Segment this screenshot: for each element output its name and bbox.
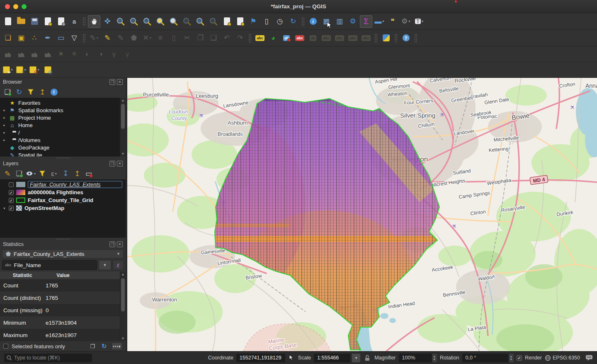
statistics-row[interactable]: Minimume1573n1904 <box>0 316 126 329</box>
open-data-source-manager-button[interactable]: ❏ <box>2 32 14 44</box>
layers-float-button[interactable]: ❐ <box>109 161 115 166</box>
filter-legend-button[interactable] <box>37 169 47 178</box>
toolbar-drag-handle[interactable] <box>83 34 86 43</box>
pan-map-button[interactable] <box>88 15 100 28</box>
decrease-contrast-button[interactable]: ◑ <box>95 48 107 60</box>
bookmark-manager-button[interactable]: ▯ <box>260 15 273 28</box>
statistics-row[interactable]: Maximume1623n1907 <box>0 329 126 341</box>
layers-close-button[interactable]: ✕ <box>117 161 123 166</box>
messages-button[interactable] <box>585 354 593 361</box>
processing-toolbox-button[interactable]: ⚙ <box>347 15 359 28</box>
coordinate-input[interactable]: 1552741,1918129 <box>236 354 285 362</box>
zoom-in-button[interactable]: + <box>114 15 127 28</box>
new-geopackage-layer-button[interactable]: ▣ <box>15 32 27 44</box>
magnifier-spinbox[interactable]: 100% ▲▼ <box>399 354 437 362</box>
open-layer-styling-button[interactable]: ✎ <box>2 169 12 178</box>
browser-collapse-all-button[interactable]: ↥ <box>37 87 47 97</box>
temporal-controller-button[interactable]: ◷ <box>274 15 286 28</box>
browser-float-button[interactable]: ❐ <box>109 79 115 85</box>
redo-button[interactable]: ↷ <box>234 32 246 44</box>
browser-scrollbar[interactable]: ▲▼ <box>120 98 126 157</box>
zoom-last-button[interactable]: ◂ <box>194 15 206 28</box>
expand-arrow-icon[interactable]: ▸ <box>2 130 6 135</box>
panel-resize-handle[interactable] <box>0 238 126 241</box>
statistics-options-button[interactable]: •••▾ <box>112 342 122 350</box>
expand-arrow-icon[interactable]: ▸ <box>2 108 6 112</box>
rotation-spinbox[interactable]: 0,0 ° ▲▼ <box>462 354 514 362</box>
zoom-to-selection-button[interactable] <box>154 15 167 28</box>
statistics-field-dropdown-button[interactable]: ▼ <box>99 260 111 270</box>
browser-item--[interactable]: ▸/ <box>0 129 126 136</box>
decrease-gamma-button[interactable]: γ <box>121 48 133 60</box>
browser-item-project-home[interactable]: ▸▩Project Home <box>0 114 126 121</box>
browser-item-spatial-bookmarks[interactable]: ▸⚑Spatial Bookmarks <box>0 106 126 114</box>
zoom-to-layer-button[interactable] <box>167 15 180 28</box>
decrease-brightness-button[interactable]: ☀ <box>68 48 80 60</box>
layer-expand-arrow-icon[interactable]: ▾ <box>2 206 6 210</box>
layer-visibility-checkbox[interactable]: ✓ <box>9 198 14 203</box>
statistics-layer-selector[interactable]: Fairfax_County_LAS_Extents ▼ <box>2 249 124 258</box>
lock-scale-icon[interactable] <box>364 355 370 361</box>
new-map-view-button[interactable] <box>221 15 233 28</box>
browser-item--volumes[interactable]: ▸/Volumes <box>0 136 126 144</box>
save-project-button[interactable] <box>28 15 41 28</box>
modify-attributes-button[interactable]: ≡ <box>154 32 167 44</box>
toolbar-drag-handle[interactable] <box>301 17 305 26</box>
close-window-button[interactable] <box>5 4 10 9</box>
new-project-button[interactable] <box>2 15 14 28</box>
text-annotation-button[interactable]: T▾ <box>413 15 425 28</box>
scale-dropdown-button[interactable]: ▼ <box>352 354 360 362</box>
statistics-scrollbar[interactable]: ▲▼ <box>120 272 126 341</box>
full-cumulative-cut-button[interactable]: → <box>41 48 54 60</box>
full-histogram-stretch-button[interactable]: → <box>15 48 27 60</box>
layer-name-edit-input[interactable]: Fairfax_County_LAS_Extents <box>28 181 122 188</box>
toolbar-drag-handle[interactable] <box>83 17 86 26</box>
locator-search-input[interactable] <box>4 354 92 362</box>
identify-features-button[interactable]: i <box>307 15 319 28</box>
filter-by-expression-button[interactable]: ε▾ <box>49 169 59 178</box>
magnifier-spin-buttons[interactable]: ▲▼ <box>432 354 437 362</box>
recalculate-statistics-button[interactable]: ↻ <box>100 342 108 350</box>
statistics-row[interactable]: Count1765 <box>0 279 126 292</box>
show-bookmarks-button[interactable]: ⚑ <box>247 15 260 28</box>
statistics-expression-button[interactable]: ε <box>113 260 124 270</box>
statistics-row[interactable]: Count (missing)0 <box>0 304 126 316</box>
layer-diagram-options-button[interactable]: ◕ <box>267 32 279 44</box>
extents-cursor-icon[interactable] <box>289 354 294 361</box>
zoom-next-button[interactable]: ▸ <box>207 15 220 28</box>
layer-row-openstreetmap[interactable]: ▾✓OpenStreetMap <box>0 204 126 212</box>
layer-labeling-options-button[interactable]: abc <box>254 32 266 44</box>
help-contents-button[interactable]: ? <box>400 32 412 44</box>
zoom-full-button[interactable]: ⤢ <box>141 15 153 28</box>
expand-arrow-icon[interactable]: ▸ <box>2 116 6 120</box>
style-manager-button[interactable]: a <box>68 15 80 28</box>
browser-item-geopackage[interactable]: ◆GeoPackage <box>0 144 126 151</box>
toggle-editing-button[interactable]: ✎ <box>101 32 114 44</box>
python-console-button[interactable] <box>380 32 392 44</box>
change-label-button[interactable]: abc <box>347 32 359 44</box>
new-temporary-scratch-layer-button[interactable]: ▭ <box>55 32 67 44</box>
toolbar-drag-handle[interactable] <box>394 34 398 43</box>
open-project-button[interactable] <box>15 15 27 28</box>
layer-row-fairfax-county-tile-grid[interactable]: ✓Fairfax_County_Tile_Grid <box>0 196 126 204</box>
expand-all-button[interactable]: ↧ <box>61 169 70 178</box>
move-label-button[interactable]: ab <box>307 32 319 44</box>
add-group-button[interactable]: ❏ <box>14 169 24 178</box>
show-hide-labels-button[interactable]: abc <box>333 32 346 44</box>
measure-button[interactable]: ▬▾ <box>373 15 386 28</box>
browser-add-layers-button[interactable]: ❏ <box>2 87 12 97</box>
statistics-row[interactable]: Count (distinct)1765 <box>0 292 126 304</box>
deselect-features-button[interactable]: ⊘▾ <box>28 64 41 76</box>
show-layout-manager-button[interactable] <box>55 15 67 28</box>
save-layer-edits-button[interactable]: ✎ <box>114 32 127 44</box>
new-point-layer-button[interactable]: ∴ <box>28 32 41 44</box>
expand-arrow-icon[interactable]: ▸ <box>2 138 6 142</box>
layer-row-fairfax-county-las-extents[interactable]: Fairfax_County_LAS_Extents <box>0 181 126 188</box>
map-tips-button[interactable]: ❝ <box>386 15 399 28</box>
zoom-out-button[interactable]: − <box>128 15 140 28</box>
new-3d-map-view-button[interactable] <box>234 15 246 28</box>
increase-gamma-button[interactable]: γ <box>108 48 120 60</box>
toolbar-drag-handle[interactable] <box>374 34 378 43</box>
panel-resize-handle[interactable] <box>0 157 126 159</box>
browser-filter-button[interactable] <box>26 87 36 97</box>
